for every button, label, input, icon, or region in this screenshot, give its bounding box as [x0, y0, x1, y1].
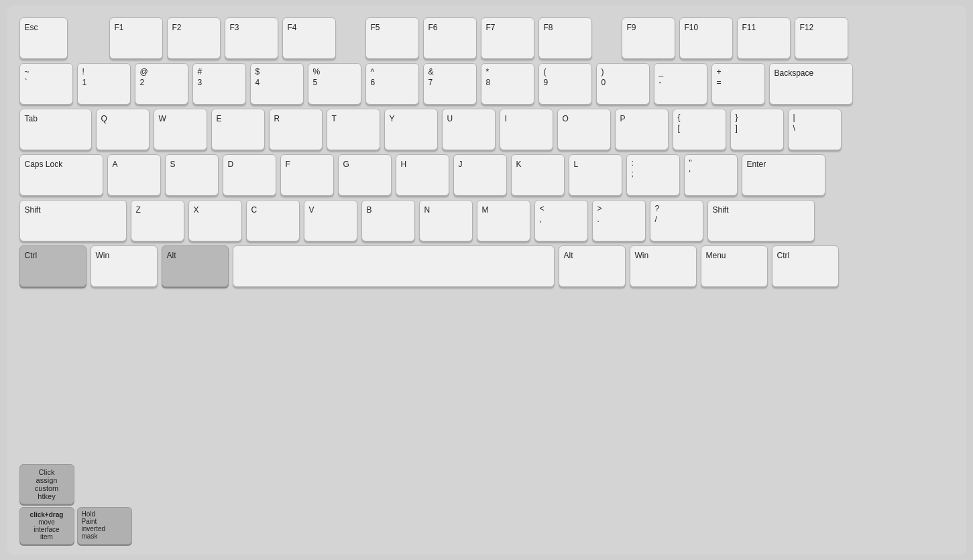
key-f4[interactable]: F4: [282, 17, 336, 59]
key-f10[interactable]: F10: [679, 17, 733, 59]
key-f[interactable]: F: [280, 154, 334, 196]
key-n[interactable]: N: [419, 200, 473, 241]
key-f6[interactable]: F6: [423, 17, 477, 59]
key-a[interactable]: A: [107, 154, 161, 196]
key-f12[interactable]: F12: [795, 17, 848, 59]
key-p[interactable]: P: [615, 109, 669, 150]
key-u[interactable]: U: [442, 109, 496, 150]
keyboard-container: Esc F1 F2 F3 F4 F5 F6 F7 F8 F9 F10 F11 F…: [7, 5, 966, 555]
key-t[interactable]: T: [327, 109, 380, 150]
key-rctrl[interactable]: Ctrl: [772, 245, 839, 287]
key-lwin[interactable]: Win: [91, 245, 158, 287]
key-i[interactable]: I: [500, 109, 553, 150]
key-h[interactable]: H: [396, 154, 449, 196]
key-0[interactable]: )0: [596, 63, 650, 105]
key-backspace[interactable]: Backspace: [769, 63, 853, 105]
legend-area: Click assign custom htkey click+drag mov…: [19, 464, 132, 545]
legend-click-assign[interactable]: Click assign custom htkey: [19, 464, 74, 504]
key-f5[interactable]: F5: [365, 17, 419, 59]
key-lshift[interactable]: Shift: [19, 200, 127, 241]
key-w[interactable]: W: [154, 109, 207, 150]
tab-row: Tab Q W E R T Y U I O P {[ }] |\: [19, 109, 954, 150]
legend-click-drag[interactable]: click+drag move interface item: [19, 507, 74, 545]
key-minus[interactable]: _-: [654, 63, 707, 105]
key-tab[interactable]: Tab: [19, 109, 92, 150]
key-ralt[interactable]: Alt: [559, 245, 626, 287]
key-q[interactable]: Q: [96, 109, 150, 150]
key-r[interactable]: R: [269, 109, 323, 150]
key-l[interactable]: L: [569, 154, 622, 196]
key-9[interactable]: (9: [538, 63, 592, 105]
key-6[interactable]: ^6: [365, 63, 419, 105]
key-capslock[interactable]: Caps Lock: [19, 154, 103, 196]
key-y[interactable]: Y: [384, 109, 438, 150]
key-space[interactable]: [233, 245, 555, 287]
key-backtick[interactable]: ~`: [19, 63, 73, 105]
key-g[interactable]: G: [338, 154, 392, 196]
key-b[interactable]: B: [361, 200, 415, 241]
key-s[interactable]: S: [165, 154, 219, 196]
key-f1[interactable]: F1: [109, 17, 163, 59]
key-o[interactable]: O: [557, 109, 611, 150]
key-1[interactable]: !1: [77, 63, 131, 105]
key-3[interactable]: #3: [192, 63, 246, 105]
key-enter[interactable]: Enter: [742, 154, 825, 196]
key-5[interactable]: %5: [308, 63, 361, 105]
key-j[interactable]: J: [453, 154, 507, 196]
key-8[interactable]: *8: [481, 63, 534, 105]
key-f7[interactable]: F7: [481, 17, 534, 59]
key-semicolon[interactable]: :;: [626, 154, 680, 196]
key-comma[interactable]: <,: [534, 200, 588, 241]
key-x[interactable]: X: [188, 200, 242, 241]
key-rwin[interactable]: Win: [630, 245, 697, 287]
fn-row: Esc F1 F2 F3 F4 F5 F6 F7 F8 F9 F10 F11 F…: [19, 17, 954, 59]
key-equals[interactable]: +=: [711, 63, 765, 105]
key-4[interactable]: $4: [250, 63, 304, 105]
key-z[interactable]: Z: [131, 200, 184, 241]
key-menu[interactable]: Menu: [701, 245, 768, 287]
key-lctrl[interactable]: Ctrl: [19, 245, 87, 287]
key-lalt[interactable]: Alt: [162, 245, 229, 287]
key-rshift[interactable]: Shift: [707, 200, 815, 241]
legend-bottom-row: click+drag move interface item Hold Pain…: [19, 507, 132, 545]
key-7[interactable]: &7: [423, 63, 477, 105]
caps-row: Caps Lock A S D F G H J K L :; "' Enter: [19, 154, 954, 196]
key-e[interactable]: E: [211, 109, 265, 150]
key-2[interactable]: @2: [135, 63, 188, 105]
shift-row: Shift Z X C V B N M <, >. ?/ Shift: [19, 200, 954, 241]
key-m[interactable]: M: [477, 200, 530, 241]
key-backslash[interactable]: |\: [788, 109, 842, 150]
key-d[interactable]: D: [223, 154, 276, 196]
key-f8[interactable]: F8: [538, 17, 592, 59]
key-f11[interactable]: F11: [737, 17, 791, 59]
key-f3[interactable]: F3: [225, 17, 278, 59]
key-f2[interactable]: F2: [167, 17, 221, 59]
key-quote[interactable]: "': [684, 154, 738, 196]
key-slash[interactable]: ?/: [650, 200, 703, 241]
key-v[interactable]: V: [304, 200, 357, 241]
legend-hold-paint[interactable]: Hold Paint inverted mask: [77, 507, 132, 545]
key-c[interactable]: C: [246, 200, 300, 241]
bottom-row: Ctrl Win Alt Alt Win Menu Ctrl: [19, 245, 954, 287]
key-k[interactable]: K: [511, 154, 565, 196]
key-f9[interactable]: F9: [622, 17, 675, 59]
key-lbracket[interactable]: {[: [673, 109, 726, 150]
key-esc[interactable]: Esc: [19, 17, 68, 59]
number-row: ~` !1 @2 #3 $4 %5 ^6 &7 *8 (9 )0 _- += B…: [19, 63, 954, 105]
key-period[interactable]: >.: [592, 200, 646, 241]
key-rbracket[interactable]: }]: [730, 109, 784, 150]
